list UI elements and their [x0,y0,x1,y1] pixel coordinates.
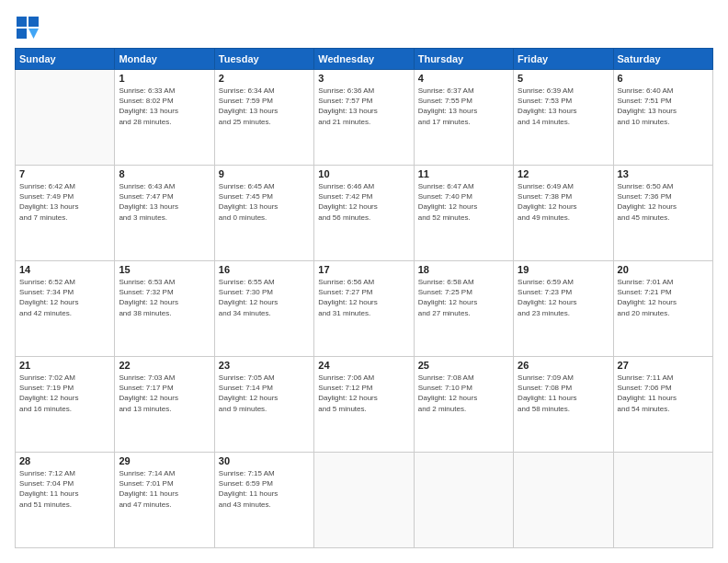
day-info: Sunrise: 6:49 AM Sunset: 7:38 PM Dayligh… [518,181,609,223]
calendar-cell: 20Sunrise: 7:01 AM Sunset: 7:21 PM Dayli… [613,261,712,357]
day-number: 24 [318,360,409,371]
calendar-table: SundayMondayTuesdayWednesdayThursdayFrid… [15,48,713,548]
day-info: Sunrise: 6:43 AM Sunset: 7:47 PM Dayligh… [119,181,210,223]
day-number: 6 [618,73,709,84]
day-number: 19 [518,264,609,275]
calendar-cell: 27Sunrise: 7:11 AM Sunset: 7:06 PM Dayli… [613,357,712,453]
calendar-cell: 1Sunrise: 6:33 AM Sunset: 8:02 PM Daylig… [115,70,214,166]
calendar-cell: 24Sunrise: 7:06 AM Sunset: 7:12 PM Dayli… [314,357,414,453]
calendar-cell: 26Sunrise: 7:09 AM Sunset: 7:08 PM Dayli… [514,357,613,453]
day-number: 16 [219,264,310,275]
day-info: Sunrise: 6:58 AM Sunset: 7:25 PM Dayligh… [418,277,509,318]
calendar-cell [613,453,712,548]
calendar-cell: 18Sunrise: 6:58 AM Sunset: 7:25 PM Dayli… [414,261,513,357]
weekday-header: Saturday [613,49,712,70]
calendar-cell: 21Sunrise: 7:02 AM Sunset: 7:19 PM Dayli… [16,357,115,453]
day-number: 13 [618,168,709,179]
day-number: 25 [418,360,509,371]
day-number: 2 [219,73,310,84]
day-info: Sunrise: 7:06 AM Sunset: 7:12 PM Dayligh… [318,373,409,414]
header [15,15,713,40]
day-info: Sunrise: 7:15 AM Sunset: 6:59 PM Dayligh… [219,468,310,510]
calendar-cell: 19Sunrise: 6:59 AM Sunset: 7:23 PM Dayli… [514,261,613,357]
day-number: 27 [618,360,709,371]
weekday-header: Wednesday [314,49,414,70]
day-number: 9 [219,168,310,179]
calendar-cell: 8Sunrise: 6:43 AM Sunset: 7:47 PM Daylig… [115,166,214,261]
day-info: Sunrise: 6:42 AM Sunset: 7:49 PM Dayligh… [19,181,110,223]
day-info: Sunrise: 6:55 AM Sunset: 7:30 PM Dayligh… [219,277,310,318]
logo-icon [15,15,40,40]
calendar-cell: 10Sunrise: 6:46 AM Sunset: 7:42 PM Dayli… [314,166,414,261]
calendar-cell: 28Sunrise: 7:12 AM Sunset: 7:04 PM Dayli… [16,453,115,548]
calendar-cell [514,453,613,548]
day-info: Sunrise: 6:56 AM Sunset: 7:27 PM Dayligh… [318,277,409,318]
svg-rect-1 [28,17,39,27]
weekday-header: Thursday [414,49,513,70]
calendar-cell: 16Sunrise: 6:55 AM Sunset: 7:30 PM Dayli… [214,261,313,357]
day-info: Sunrise: 6:53 AM Sunset: 7:32 PM Dayligh… [119,277,210,318]
calendar-cell: 22Sunrise: 7:03 AM Sunset: 7:17 PM Dayli… [115,357,214,453]
day-number: 29 [119,455,210,466]
day-info: Sunrise: 7:05 AM Sunset: 7:14 PM Dayligh… [219,373,310,414]
calendar-cell: 15Sunrise: 6:53 AM Sunset: 7:32 PM Dayli… [115,261,214,357]
day-info: Sunrise: 6:39 AM Sunset: 7:53 PM Dayligh… [518,86,609,127]
day-number: 11 [418,168,509,179]
day-number: 23 [219,360,310,371]
weekday-header: Sunday [16,49,115,70]
day-number: 7 [19,168,110,179]
calendar-cell: 25Sunrise: 7:08 AM Sunset: 7:10 PM Dayli… [414,357,513,453]
day-info: Sunrise: 7:01 AM Sunset: 7:21 PM Dayligh… [618,277,709,318]
calendar-cell: 3Sunrise: 6:36 AM Sunset: 7:57 PM Daylig… [314,70,414,166]
day-number: 3 [318,73,409,84]
calendar-cell [314,453,414,548]
day-info: Sunrise: 7:03 AM Sunset: 7:17 PM Dayligh… [119,373,210,414]
weekday-header: Friday [514,49,613,70]
calendar-cell: 11Sunrise: 6:47 AM Sunset: 7:40 PM Dayli… [414,166,513,261]
calendar-cell: 5Sunrise: 6:39 AM Sunset: 7:53 PM Daylig… [514,70,613,166]
day-info: Sunrise: 6:46 AM Sunset: 7:42 PM Dayligh… [318,181,409,223]
svg-rect-0 [17,17,27,27]
svg-marker-3 [28,29,39,39]
day-number: 5 [518,73,609,84]
weekday-header: Monday [115,49,214,70]
day-number: 4 [418,73,509,84]
day-number: 21 [19,360,110,371]
calendar-cell: 23Sunrise: 7:05 AM Sunset: 7:14 PM Dayli… [214,357,313,453]
calendar-cell: 29Sunrise: 7:14 AM Sunset: 7:01 PM Dayli… [115,453,214,548]
logo [15,15,44,40]
day-info: Sunrise: 6:50 AM Sunset: 7:36 PM Dayligh… [618,181,709,223]
day-info: Sunrise: 6:47 AM Sunset: 7:40 PM Dayligh… [418,181,509,223]
day-number: 15 [119,264,210,275]
day-info: Sunrise: 7:02 AM Sunset: 7:19 PM Dayligh… [19,373,110,414]
calendar-cell [414,453,513,548]
calendar-cell [16,70,115,166]
calendar-cell: 14Sunrise: 6:52 AM Sunset: 7:34 PM Dayli… [16,261,115,357]
day-number: 14 [19,264,110,275]
day-info: Sunrise: 6:45 AM Sunset: 7:45 PM Dayligh… [219,181,310,223]
day-number: 20 [618,264,709,275]
day-number: 22 [119,360,210,371]
day-info: Sunrise: 6:34 AM Sunset: 7:59 PM Dayligh… [219,86,310,127]
day-number: 1 [119,73,210,84]
calendar-cell: 17Sunrise: 6:56 AM Sunset: 7:27 PM Dayli… [314,261,414,357]
page: SundayMondayTuesdayWednesdayThursdayFrid… [0,0,728,563]
calendar-cell: 9Sunrise: 6:45 AM Sunset: 7:45 PM Daylig… [214,166,313,261]
calendar-cell: 4Sunrise: 6:37 AM Sunset: 7:55 PM Daylig… [414,70,513,166]
day-number: 12 [518,168,609,179]
day-number: 18 [418,264,509,275]
day-info: Sunrise: 7:14 AM Sunset: 7:01 PM Dayligh… [119,468,210,510]
weekday-header: Tuesday [214,49,313,70]
day-number: 26 [518,360,609,371]
day-info: Sunrise: 6:33 AM Sunset: 8:02 PM Dayligh… [119,86,210,127]
calendar-cell: 30Sunrise: 7:15 AM Sunset: 6:59 PM Dayli… [214,453,313,548]
day-info: Sunrise: 6:52 AM Sunset: 7:34 PM Dayligh… [19,277,110,318]
day-number: 17 [318,264,409,275]
calendar-cell: 7Sunrise: 6:42 AM Sunset: 7:49 PM Daylig… [16,166,115,261]
day-info: Sunrise: 6:40 AM Sunset: 7:51 PM Dayligh… [618,86,709,127]
day-info: Sunrise: 6:36 AM Sunset: 7:57 PM Dayligh… [318,86,409,127]
calendar-cell: 6Sunrise: 6:40 AM Sunset: 7:51 PM Daylig… [613,70,712,166]
day-info: Sunrise: 7:09 AM Sunset: 7:08 PM Dayligh… [518,373,609,414]
day-info: Sunrise: 6:37 AM Sunset: 7:55 PM Dayligh… [418,86,509,127]
day-number: 28 [19,455,110,466]
